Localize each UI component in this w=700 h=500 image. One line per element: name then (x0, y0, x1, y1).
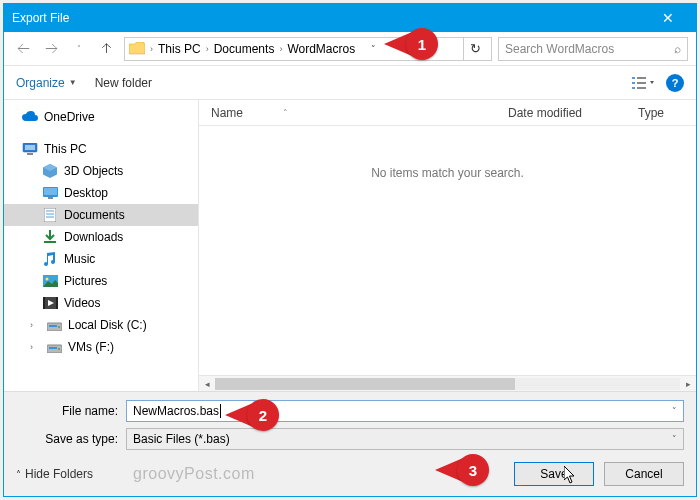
export-file-dialog: Export File ✕ 🡠 🡢 ˅ 🡡 › This PC › Docume… (3, 3, 697, 497)
chevron-down-icon: ▼ (69, 78, 77, 87)
navigation-bar: 🡠 🡢 ˅ 🡡 › This PC › Documents › WordMacr… (4, 32, 696, 66)
svg-rect-7 (25, 145, 35, 150)
tree-onedrive[interactable]: OneDrive (4, 106, 198, 128)
svg-rect-12 (44, 208, 56, 222)
callout-3: 3 (435, 454, 489, 486)
svg-point-24 (58, 326, 60, 328)
tree-pictures[interactable]: Pictures (4, 270, 198, 292)
watermark: groovyPost.com (133, 465, 255, 483)
tree-localdisk[interactable]: › Local Disk (C:) (4, 314, 198, 336)
toolbar: Organize ▼ New folder ? (4, 66, 696, 100)
text-cursor (220, 404, 221, 418)
svg-rect-21 (56, 297, 58, 309)
drive-icon (46, 340, 62, 354)
refresh-button[interactable]: ↻ (463, 37, 487, 61)
svg-rect-3 (637, 82, 646, 84)
hide-folders-button[interactable]: ˄ Hide Folders (16, 467, 93, 481)
desktop-icon (42, 186, 58, 200)
window-title: Export File (12, 11, 648, 25)
pictures-icon (42, 274, 58, 288)
chevron-right-icon: › (279, 44, 282, 54)
svg-rect-26 (49, 347, 57, 349)
recent-dropdown[interactable]: ˅ (68, 38, 90, 60)
organize-menu[interactable]: Organize ▼ (16, 76, 77, 90)
tree-downloads[interactable]: Downloads (4, 226, 198, 248)
document-icon (42, 208, 58, 222)
svg-rect-16 (44, 241, 56, 243)
file-list-pane: Name ˄ Date modified Type No items match… (199, 100, 696, 391)
svg-rect-10 (44, 188, 57, 195)
tree-vms[interactable]: › VMs (F:) (4, 336, 198, 358)
saveastype-label: Save as type: (16, 432, 126, 446)
scroll-thumb[interactable] (215, 378, 515, 390)
videos-icon (42, 296, 58, 310)
column-headers[interactable]: Name ˄ Date modified Type (199, 100, 696, 126)
music-icon (42, 252, 58, 266)
dialog-body: OneDrive This PC 3D Objects Desktop Docu… (4, 100, 696, 391)
navigation-tree[interactable]: OneDrive This PC 3D Objects Desktop Docu… (4, 100, 199, 391)
download-icon (42, 230, 58, 244)
tree-documents[interactable]: Documents (4, 204, 198, 226)
tree-videos[interactable]: Videos (4, 292, 198, 314)
new-folder-button[interactable]: New folder (95, 76, 152, 90)
breadcrumb-documents[interactable]: Documents (214, 42, 275, 56)
chevron-down-icon[interactable]: ˅ (672, 406, 677, 416)
up-button[interactable]: 🡡 (96, 38, 118, 60)
column-name[interactable]: Name ˄ (199, 106, 496, 120)
svg-point-18 (45, 278, 48, 281)
drive-icon (46, 318, 62, 332)
close-button[interactable]: ✕ (648, 10, 688, 26)
svg-rect-4 (632, 87, 635, 89)
expand-icon[interactable]: › (30, 320, 40, 330)
cancel-button[interactable]: Cancel (604, 462, 684, 486)
mouse-cursor-icon (564, 466, 578, 484)
bottom-panel: File name: NewMacros.bas ˅ Save as type:… (4, 391, 696, 496)
svg-rect-2 (632, 82, 635, 84)
chevron-down-icon[interactable]: ˅ (672, 434, 677, 444)
back-button[interactable]: 🡠 (12, 38, 34, 60)
callout-2: 2 (225, 399, 279, 431)
scroll-track[interactable] (215, 378, 680, 390)
column-type[interactable]: Type (626, 106, 696, 120)
search-placeholder: Search WordMacros (505, 42, 614, 56)
chevron-up-icon: ˄ (16, 469, 21, 480)
svg-rect-11 (48, 197, 53, 199)
chevron-right-icon: › (206, 44, 209, 54)
tree-music[interactable]: Music (4, 248, 198, 270)
scroll-left-button[interactable]: ◂ (199, 379, 215, 389)
titlebar: Export File ✕ (4, 4, 696, 32)
filename-label: File name: (16, 404, 126, 418)
tree-3dobjects[interactable]: 3D Objects (4, 160, 198, 182)
saveastype-select[interactable]: Basic Files (*.bas) ˅ (126, 428, 684, 450)
search-icon: ⌕ (674, 42, 681, 56)
horizontal-scrollbar[interactable]: ◂ ▸ (199, 375, 696, 391)
expand-icon[interactable]: › (30, 342, 40, 352)
chevron-right-icon: › (150, 44, 153, 54)
tree-thispc[interactable]: This PC (4, 138, 198, 160)
folder-icon (129, 42, 145, 56)
filename-input[interactable]: NewMacros.bas ˅ (126, 400, 684, 422)
svg-rect-20 (43, 297, 45, 309)
breadcrumb-thispc[interactable]: This PC (158, 42, 201, 56)
search-input[interactable]: Search WordMacros ⌕ (498, 37, 688, 61)
save-button[interactable]: Save (514, 462, 594, 486)
callout-1: 1 (384, 28, 438, 60)
svg-point-27 (58, 348, 60, 350)
svg-rect-5 (637, 87, 646, 89)
svg-rect-1 (637, 77, 646, 79)
view-options-button[interactable] (630, 73, 656, 93)
breadcrumb-wordmacros[interactable]: WordMacros (287, 42, 355, 56)
svg-rect-0 (632, 77, 635, 79)
help-button[interactable]: ? (666, 74, 684, 92)
column-date[interactable]: Date modified (496, 106, 626, 120)
scroll-right-button[interactable]: ▸ (680, 379, 696, 389)
cloud-icon (22, 110, 38, 124)
tree-desktop[interactable]: Desktop (4, 182, 198, 204)
forward-button: 🡢 (40, 38, 62, 60)
sort-asc-icon: ˄ (283, 108, 288, 118)
cube-icon (42, 164, 58, 178)
refresh-dropdown[interactable]: ˅ (361, 37, 385, 61)
pc-icon (22, 142, 38, 156)
empty-message: No items match your search. (199, 166, 696, 180)
svg-rect-23 (49, 325, 57, 327)
